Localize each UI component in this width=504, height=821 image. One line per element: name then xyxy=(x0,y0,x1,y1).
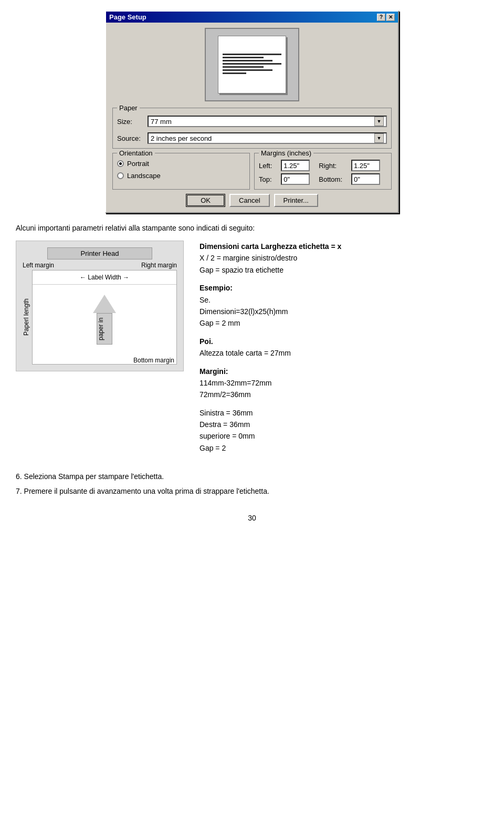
preview-line xyxy=(223,57,264,58)
top-label: Top: xyxy=(259,175,279,183)
bottom-label: Bottom: xyxy=(319,175,349,183)
preview-box xyxy=(205,28,299,101)
right-label: Right: xyxy=(319,162,349,170)
info-title-block: Dimensioni carta Larghezza etichetta = x… xyxy=(200,241,488,276)
bottom-margin-label: Bottom margin xyxy=(133,357,174,364)
margini-line2: 72mm/2=36mm xyxy=(200,390,251,399)
paper-length-label: Paperl length xyxy=(23,270,30,365)
full-diagram: Printer Head Left margin Right margin Pa… xyxy=(16,241,184,371)
steps-list: 6. Seleziona Stampa per stampare l'etich… xyxy=(16,471,488,498)
preview-line xyxy=(223,66,264,68)
preview-line xyxy=(223,54,281,55)
diagram-left: Printer Head Left margin Right margin Pa… xyxy=(16,241,184,460)
radio-dot xyxy=(119,162,122,165)
preview-paper xyxy=(218,36,286,93)
margins-grid: Left: Right: Top: Bottom: xyxy=(259,160,387,185)
landscape-radio-row[interactable]: Landscape xyxy=(117,172,245,180)
orientation-margins-row: Orientation Portrait Landscape Margins ( xyxy=(112,153,392,190)
size-dropdown-arrow[interactable]: ▼ xyxy=(374,117,384,126)
paper-in-label: paper in xyxy=(97,314,104,344)
top-input[interactable] xyxy=(281,173,310,185)
paper-arrow-area: paper in xyxy=(33,285,176,355)
poi-body: Altezza totale carta = 27mm xyxy=(200,349,291,357)
orientation-group: Orientation Portrait Landscape xyxy=(112,153,250,190)
esempio-title: Esempio: xyxy=(200,284,233,292)
lower-content: Alcuni importanti parametri relativi all… xyxy=(0,219,504,527)
esempio-line1: Se. xyxy=(200,296,211,304)
source-value: 2 inches per second xyxy=(151,134,212,142)
size-select[interactable]: 77 mm ▼ xyxy=(148,116,387,127)
right-input[interactable] xyxy=(351,160,380,171)
margins-group: Margins (inches) Left: Right: Top: Botto… xyxy=(254,153,392,190)
source-select[interactable]: 2 inches per second ▼ xyxy=(148,132,387,144)
portrait-radio-row[interactable]: Portrait xyxy=(117,160,245,168)
esempio-line3: Gap = 2 mm xyxy=(200,319,240,327)
bottom-input[interactable] xyxy=(351,173,380,185)
size-value: 77 mm xyxy=(151,118,172,126)
printer-button[interactable]: Printer... xyxy=(274,194,318,207)
destra-value: Destra = 36mm xyxy=(200,420,250,429)
paper-content-area: Paperl length ← Label Width → paper in xyxy=(23,270,177,365)
preview-line xyxy=(223,60,272,61)
dialog-wrapper: Page Setup ? ✕ xyxy=(0,0,504,219)
source-label: Source: xyxy=(117,134,143,142)
paper-group: Paper Size: 77 mm ▼ Source: 2 inches per… xyxy=(112,108,392,149)
help-button[interactable]: ? xyxy=(377,14,385,21)
dialog-title: Page Setup xyxy=(109,13,146,21)
margini-block: Margini: 114mm-32mm=72mm 72mm/2=36mm xyxy=(200,366,488,401)
size-row: Size: 77 mm ▼ xyxy=(117,116,387,127)
source-row: Source: 2 inches per second ▼ xyxy=(117,132,387,144)
esempio-block: Esempio: Se. Dimensioni=32(l)x25(h)mm Ga… xyxy=(200,282,488,329)
portrait-radio[interactable] xyxy=(117,160,124,167)
preview-line xyxy=(223,63,281,65)
arrow-body: paper in xyxy=(97,313,112,345)
bottom-margin-row: Bottom margin xyxy=(33,355,176,364)
diagram-row: Printer Head Left margin Right margin Pa… xyxy=(16,241,488,460)
results-block: Sinistra = 36mm Destra = 36mm superiore … xyxy=(200,407,488,454)
source-dropdown-arrow[interactable]: ▼ xyxy=(374,133,384,143)
top-margin-labels: Left margin Right margin xyxy=(23,262,177,269)
info-title: Dimensioni carta Larghezza etichetta = x xyxy=(200,242,341,251)
gap-value: Gap = 2 xyxy=(200,444,226,452)
page-setup-dialog: Page Setup ? ✕ xyxy=(105,11,399,213)
superiore-value: superiore = 0mm xyxy=(200,432,255,440)
dialog-body: Paper Size: 77 mm ▼ Source: 2 inches per… xyxy=(106,23,398,212)
dialog-buttons: OK Cancel Printer... xyxy=(112,194,392,207)
step-6: 6. Seleziona Stampa per stampare l'etich… xyxy=(16,471,488,483)
margini-title: Margini: xyxy=(200,367,228,376)
info-line1: X / 2 = margine sinistro/destro xyxy=(200,254,297,262)
preview-area xyxy=(112,28,392,101)
poi-title: Poi. xyxy=(200,337,213,346)
right-margin-label: Right margin xyxy=(141,262,177,269)
arrow-head-icon xyxy=(93,295,116,313)
info-line2: Gap = spazio tra etichette xyxy=(200,266,284,274)
title-buttons: ? ✕ xyxy=(377,14,395,21)
orientation-legend: Orientation xyxy=(117,149,155,157)
preview-lines xyxy=(223,54,281,76)
preview-line xyxy=(223,72,246,74)
dialog-titlebar: Page Setup ? ✕ xyxy=(106,12,398,23)
preview-line xyxy=(223,69,272,71)
margini-line1: 114mm-32mm=72mm xyxy=(200,379,271,387)
size-label: Size: xyxy=(117,118,143,126)
landscape-radio[interactable] xyxy=(117,172,124,179)
left-margin-label: Left margin xyxy=(23,262,54,269)
left-input[interactable] xyxy=(281,160,310,171)
cancel-button[interactable]: Cancel xyxy=(229,194,269,207)
paper-legend: Paper xyxy=(117,104,140,112)
margins-legend: Margins (inches) xyxy=(259,149,313,157)
label-width-row: ← Label Width → xyxy=(33,271,176,285)
sinistra-value: Sinistra = 36mm xyxy=(200,409,253,417)
portrait-label: Portrait xyxy=(127,160,149,168)
step-7: 7. Premere il pulsante di avanzamento un… xyxy=(16,485,488,498)
poi-block: Poi. Altezza totale carta = 27mm xyxy=(200,336,488,359)
diagram-right: Dimensioni carta Larghezza etichetta = x… xyxy=(200,241,488,460)
esempio-line2: Dimensioni=32(l)x25(h)mm xyxy=(200,307,288,316)
page-number: 30 xyxy=(16,514,488,522)
ok-button[interactable]: OK xyxy=(186,194,225,207)
printer-head-bar: Printer Head xyxy=(47,247,152,259)
close-button[interactable]: ✕ xyxy=(386,14,395,21)
intro-text: Alcuni importanti parametri relativi all… xyxy=(16,224,488,232)
left-label: Left: xyxy=(259,162,279,170)
paper-white: ← Label Width → paper in xyxy=(32,270,177,365)
